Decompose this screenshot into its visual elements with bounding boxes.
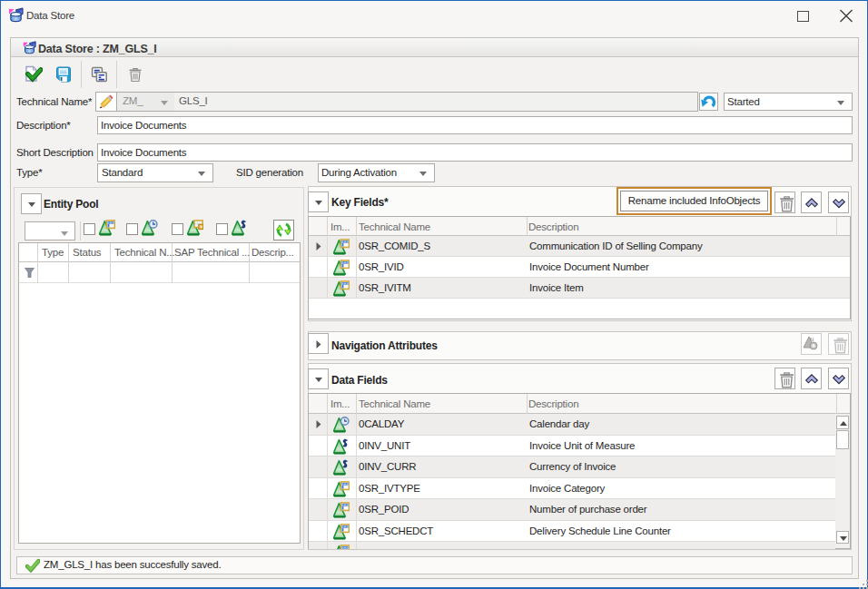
svg-text:N: N [810, 337, 814, 342]
